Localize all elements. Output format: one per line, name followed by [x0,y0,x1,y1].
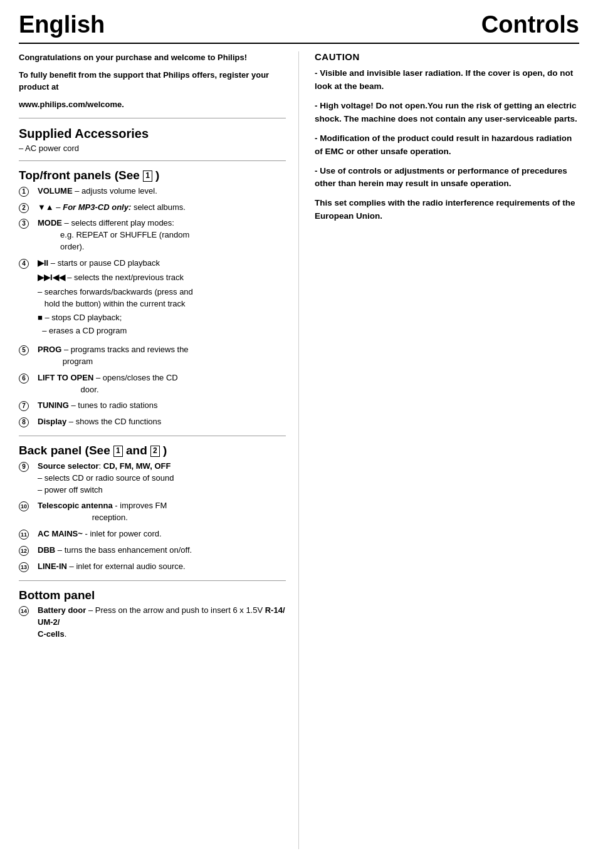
divider-2 [19,160,286,161]
box-1-back: 1 [113,446,123,457]
item-14: 14 Battery door – Press on the arrow and… [19,605,286,641]
box-1: 1 [143,170,152,182]
item-12: 12 DBB – turns the bass enhancement on/o… [19,545,286,557]
divider-1 [19,118,286,118]
supplied-section: Supplied Accessories – AC power cord [19,126,286,153]
item-6: 6 LIFT TO OPEN – opens/closes the CD doo… [19,372,286,396]
english-heading: English [19,13,105,36]
caution-title: CAUTION [315,51,579,62]
page: English Controls Congratulations on your… [0,0,598,868]
item-10: 10 Telescopic antenna - improves FM rece… [19,500,286,524]
item-2: 2 ▼▲ – For MP3-CD only: select albums. [19,202,286,214]
caution-points: - Visible and invisible laser radiation.… [315,67,579,191]
supplied-title: Supplied Accessories [19,126,286,141]
item-5: 5 PROG – programs tracks and reviews the… [19,344,286,368]
item-11: 11 AC MAINS~ - inlet for power cord. [19,528,286,540]
controls-heading: Controls [481,13,579,36]
intro-section: Congratulations on your purchase and wel… [19,51,286,110]
divider-3 [19,436,286,436]
caution-point-1: - Visible and invisible laser radiation.… [315,67,579,93]
supplied-item: – AC power cord [19,144,286,153]
intro-line1: Congratulations on your purchase and wel… [19,51,286,64]
header-divider [19,43,579,44]
top-front-section: Top/front panels (See 1 ) 1 VOLUME – adj… [19,169,286,428]
divider-4 [19,580,286,581]
caution-point-2: - High voltage! Do not open.You run the … [315,100,579,126]
bottom-panel-section: Bottom panel 14 Battery door – Press on … [19,588,286,641]
item-1: 1 VOLUME – adjusts volume level. [19,186,286,197]
item-9: 9 Source selector: CD, FM, MW, OFF – sel… [19,461,286,496]
intro-line2: To fully benefit from the support that P… [19,69,286,93]
item-13: 13 LINE-IN – inlet for external audio so… [19,561,286,573]
caution-point-4: - Use of controls or adjustments or perf… [315,165,579,191]
item-8: 8 Display – shows the CD functions [19,416,286,428]
top-front-title: Top/front panels (See 1 ) [19,169,286,183]
bottom-panel-title: Bottom panel [19,588,286,603]
header: English Controls [19,13,579,36]
back-panel-title: Back panel (See 1 and 2 ) [19,444,286,458]
two-column-layout: Congratulations on your purchase and wel… [19,51,579,849]
item-4: 4 ▶II – starts or pause CD playback ▶▶I◀… [19,258,286,340]
intro-url: www.philips.com/welcome. [19,98,286,111]
caution-point-3: - Modification of the product could resu… [315,132,579,159]
box-2-back: 2 [150,446,160,457]
item-7: 7 TUNING – tunes to radio stations [19,400,286,412]
caution-section: CAUTION - Visible and invisible laser ra… [315,51,579,223]
left-column: Congratulations on your purchase and wel… [19,51,299,849]
right-column: CAUTION - Visible and invisible laser ra… [299,51,579,849]
item-3: 3 MODE – selects different play modes: e… [19,217,286,253]
compliance-text: This set complies with the radio interfe… [315,197,579,223]
back-panel-section: Back panel (See 1 and 2 ) 9 Source selec… [19,444,286,573]
